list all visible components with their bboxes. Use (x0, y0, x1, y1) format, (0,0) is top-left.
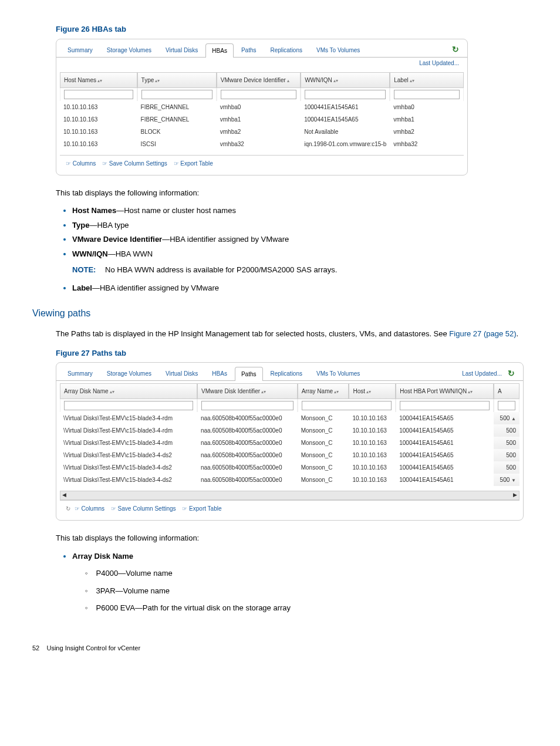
cell: 1000441EA1545A65 (396, 424, 494, 437)
col-host-hba-wwn[interactable]: Host HBA Port WWN/IQN▴▾ (396, 383, 494, 399)
cell: 500 ▲ (494, 412, 519, 424)
tab-virtual-disks[interactable]: Virtual Disks (159, 366, 204, 380)
table-row[interactable]: \Virtual Disks\Test-EMV\c15-blade3-4-rdm… (60, 424, 519, 437)
table-row[interactable]: 10.10.10.163FIBRE_CHANNELvmhba01000441EA… (60, 101, 464, 113)
col-a-truncated[interactable]: A (494, 383, 519, 399)
cell: 1000441EA1545A65 (301, 113, 390, 126)
tab-vms-to-volumes[interactable]: VMs To Volumes (310, 43, 366, 57)
table-footer: ☞ Columns ☞ Save Column Settings ☞ Expor… (60, 155, 464, 171)
paths-info-intro: This tab displays the following informat… (56, 532, 525, 544)
cell: vmhba2 (390, 126, 464, 138)
list-item: Label—HBA identifier assigned by VMware (72, 282, 525, 294)
cell: vmhba32 (390, 138, 464, 150)
sub-list-item: 3PAR—Volume name (85, 585, 525, 597)
hbas-info-list: Host Names—Host name or cluster host nam… (56, 204, 525, 259)
filter-wwn[interactable] (305, 90, 386, 99)
cell: 500 (494, 449, 519, 461)
save-column-settings-link[interactable]: ☞ Save Column Settings (102, 160, 170, 167)
filter-vdi[interactable] (201, 401, 294, 410)
table-row[interactable]: \Virtual Disks\Test-EMV\c15-blade3-4-rdm… (60, 412, 519, 424)
tab-replications[interactable]: Replications (264, 43, 309, 57)
tab-storage-volumes[interactable]: Storage Volumes (100, 366, 158, 380)
cell: 1000441EA1545A65 (396, 412, 494, 424)
export-table-link[interactable]: ☞ Export Table (174, 160, 215, 167)
tab-summary[interactable]: Summary (61, 366, 99, 380)
sort-icon: ▴▾ (334, 389, 339, 394)
filter-adn[interactable] (64, 401, 193, 410)
col-host[interactable]: Host▴▾ (349, 383, 396, 399)
tab-summary[interactable]: Summary (61, 43, 99, 57)
tab-hbas[interactable]: HBAs (205, 43, 234, 58)
col-label[interactable]: Label▴▾ (390, 72, 464, 88)
viewing-paths-heading: Viewing paths (32, 306, 525, 320)
list-item: WWN/IQN—HBA WWN (72, 248, 525, 260)
last-updated-link[interactable]: Last Updated... (462, 369, 502, 378)
figure-27-link[interactable]: Figure 27 (page 52) (449, 329, 516, 338)
horizontal-scrollbar[interactable]: ◀ ▶ (60, 491, 519, 500)
page-footer: 52 Using Insight Control for vCenter (32, 643, 525, 653)
sort-icon: ▴▾ (468, 389, 473, 394)
scroll-right-icon[interactable]: ▶ (513, 491, 517, 499)
col-vmware-disk-id[interactable]: VMware Disk Identifier▴▾ (197, 383, 298, 399)
hbas-tab-panel: Summary Storage Volumes Virtual Disks HB… (56, 39, 468, 175)
save-column-settings-link[interactable]: ☞ Save Column Settings (111, 505, 178, 512)
paths-table: Array Disk Name▴▾ VMware Disk Identifier… (60, 383, 519, 486)
col-array-name[interactable]: Array Name▴▾ (298, 383, 349, 399)
cell: Monsoon_C (298, 474, 349, 486)
columns-link[interactable]: ☞ Columns (75, 505, 107, 512)
note-text: No HBA WWN address is available for P200… (105, 265, 337, 274)
export-table-link[interactable]: ☞ Export Table (182, 505, 224, 512)
list-item: Type—HBA type (72, 219, 525, 231)
table-row[interactable]: 10.10.10.163BLOCKvmhba2Not Availablevmhb… (60, 126, 464, 138)
table-row[interactable]: \Virtual Disks\Test-EMV\c15-blade3-4-ds2… (60, 449, 519, 461)
figure-26-caption: Figure 26 HBAs tab (56, 23, 525, 35)
table-footer: ↻ ☞ Columns ☞ Save Column Settings ☞ Exp… (60, 500, 519, 517)
cell: ISCSI (137, 138, 217, 150)
tab-hbas[interactable]: HBAs (205, 366, 234, 380)
refresh-icon[interactable]: ↻ (508, 367, 515, 380)
filter-type[interactable] (141, 90, 212, 99)
filter-host[interactable] (64, 90, 133, 99)
filter-a[interactable] (498, 401, 515, 410)
tab-paths[interactable]: Paths (235, 43, 263, 57)
tab-virtual-disks[interactable]: Virtual Disks (159, 43, 204, 57)
cell: 10.10.10.163 (349, 437, 396, 449)
table-row[interactable]: \Virtual Disks\Test-EMV\c15-blade3-4-ds2… (60, 461, 519, 474)
cell: Monsoon_C (298, 412, 349, 424)
note-label: NOTE: (72, 265, 96, 274)
filter-an-host[interactable] (302, 401, 392, 410)
cell: vmhba32 (217, 138, 301, 150)
table-row[interactable]: \Virtual Disks\Test-EMV\c15-blade3-4-rdm… (60, 437, 519, 449)
cell: FIBRE_CHANNEL (137, 113, 217, 126)
last-updated-link[interactable]: Last Updated... (56, 58, 467, 70)
table-row[interactable]: 10.10.10.163FIBRE_CHANNELvmhba11000441EA… (60, 113, 464, 126)
tab-vms-to-volumes[interactable]: VMs To Volumes (310, 366, 366, 380)
sort-icon: ▴▾ (410, 78, 414, 83)
cell: BLOCK (137, 126, 217, 138)
filter-label[interactable] (394, 90, 460, 99)
table-row[interactable]: 10.10.10.163ISCSIvmhba32iqn.1998-01.com.… (60, 138, 464, 150)
tab-paths[interactable]: Paths (235, 367, 263, 381)
tab-replications[interactable]: Replications (264, 366, 309, 380)
cell: \Virtual Disks\Test-EMV\c15-blade3-4-rdm (60, 437, 197, 449)
cell: vmhba2 (217, 126, 301, 138)
filter-vdi[interactable] (221, 90, 296, 99)
cell: naa.600508b4000f55ac0000e0 (197, 424, 298, 437)
scroll-left-icon[interactable]: ◀ (62, 491, 66, 499)
col-type[interactable]: Type▴▾ (137, 72, 217, 88)
col-host-names[interactable]: Host Names▴▾ (60, 72, 137, 88)
col-wwn-iqn[interactable]: WWN/IQN▴▾ (301, 72, 390, 88)
refresh-footer-icon[interactable]: ↻ (66, 505, 70, 512)
sub-list-item: P4000—Volume name (85, 568, 525, 579)
col-array-disk-name[interactable]: Array Disk Name▴▾ (60, 383, 197, 399)
refresh-icon[interactable]: ↻ (452, 43, 459, 56)
sort-icon: ▴▾ (97, 78, 102, 83)
filter-wwn[interactable] (400, 401, 490, 410)
columns-link[interactable]: ☞ Columns (66, 160, 98, 167)
tab-storage-volumes[interactable]: Storage Volumes (100, 43, 158, 57)
col-vmware-id[interactable]: VMware Device Identifier▴ (217, 72, 301, 88)
table-row[interactable]: \Virtual Disks\Test-EMV\c15-blade3-4-ds2… (60, 474, 519, 486)
cell: vmhba0 (390, 101, 464, 113)
sort-icon: ▴▾ (366, 389, 371, 394)
cell: 1000441EA1545A65 (396, 461, 494, 474)
